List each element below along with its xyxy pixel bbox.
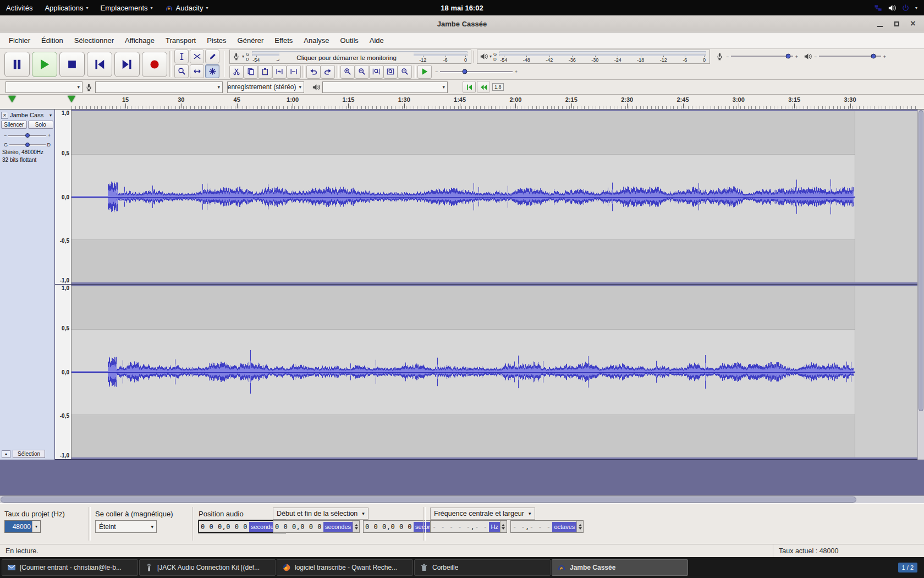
- taskbar-window-button[interactable]: [JACK Audio Connection Kit [(def...: [139, 559, 276, 576]
- left-waveform[interactable]: [72, 110, 917, 284]
- menu-item[interactable]: Fichier: [3, 33, 36, 48]
- undo-button[interactable]: [306, 65, 321, 79]
- app-menu[interactable]: Audacity▾: [159, 0, 215, 15]
- menu-item[interactable]: Édition: [36, 33, 69, 48]
- pause-button[interactable]: [4, 52, 30, 77]
- frequency-mode-combo[interactable]: Fréquence centrale et largeur▾: [430, 508, 535, 520]
- play-button[interactable]: [32, 52, 57, 77]
- maximize-button[interactable]: [890, 18, 903, 30]
- stop-button[interactable]: [59, 52, 85, 77]
- fit-selection-button[interactable]: [369, 65, 383, 79]
- horizontal-scrollbar-thumb[interactable]: [1, 497, 856, 503]
- project-rate-dropdown[interactable]: ▾: [32, 521, 40, 532]
- selection-start-digits[interactable]: 0 0 0,0 0 0: [273, 523, 323, 531]
- taskbar-window-button[interactable]: Jambe Cassée: [552, 559, 688, 576]
- taskbar-window-button[interactable]: Corbeille: [414, 559, 551, 576]
- mute-button[interactable]: Silencer: [1, 121, 27, 129]
- play-at-speed-button[interactable]: [417, 65, 432, 79]
- pinned-play-head-toggle[interactable]: [8, 96, 16, 102]
- spinner[interactable]: [500, 521, 507, 532]
- track-name-menu[interactable]: Jambe Cass▾: [8, 112, 53, 118]
- applications-menu[interactable]: Applications▾: [38, 0, 94, 15]
- paste-button[interactable]: [258, 65, 272, 79]
- track-close-button[interactable]: ×: [1, 112, 8, 119]
- fit-project-button[interactable]: [383, 65, 398, 79]
- speed-display[interactable]: 1,8: [492, 83, 504, 91]
- vertical-scale-ruler[interactable]: 1,00,50,0-0,5-1,0: [55, 110, 72, 284]
- solo-button[interactable]: Solo: [28, 121, 54, 129]
- gain-slider[interactable]: − +: [4, 133, 51, 138]
- right-waveform[interactable]: [72, 285, 917, 459]
- places-menu[interactable]: Emplacements▾: [95, 0, 159, 15]
- pan-thumb[interactable]: [25, 143, 30, 147]
- system-status-area[interactable]: ▾: [867, 0, 924, 15]
- copy-button[interactable]: [244, 65, 258, 79]
- after-clip-area[interactable]: [855, 286, 917, 457]
- monitoring-hint[interactable]: Cliquer pour démarrer le monitoring: [279, 52, 414, 63]
- silence-audio-button[interactable]: [287, 65, 301, 79]
- center-frequency-field[interactable]: - - - - -,- - Hz: [430, 520, 507, 533]
- envelope-tool-button[interactable]: [190, 50, 204, 63]
- play-speed-slider[interactable]: − +: [435, 69, 518, 74]
- menu-item[interactable]: Transport: [160, 33, 201, 48]
- playback-volume-thumb[interactable]: [871, 54, 876, 59]
- seek-back-button[interactable]: [477, 81, 490, 93]
- menu-item[interactable]: Sélectionner: [69, 33, 119, 48]
- spinner[interactable]: [353, 521, 359, 532]
- playback-device-combo[interactable]: ▾: [322, 81, 448, 93]
- timeshift-tool-button[interactable]: [190, 64, 204, 78]
- selection-tool-button[interactable]: [174, 50, 189, 63]
- playback-volume-slider[interactable]: − +: [804, 52, 886, 61]
- playback-meter[interactable]: ▾ GD -54-48-42-36-30-24-18-12-60: [477, 50, 710, 64]
- trim-audio-button[interactable]: [272, 65, 287, 79]
- recording-meter[interactable]: ▾ GD -54-48-42-36-30-24-18-12-60 Cliquer…: [229, 50, 471, 64]
- center-frequency-unit[interactable]: Hz: [489, 522, 499, 532]
- vertical-scale-ruler[interactable]: 1,00,50,0-0,5-1,0: [55, 285, 72, 459]
- selection-start-unit[interactable]: secondes: [323, 522, 353, 532]
- workspace-pager[interactable]: 1 / 2: [898, 563, 917, 572]
- zoom-in-button[interactable]: [340, 65, 355, 79]
- audio-host-combo[interactable]: ▾: [6, 81, 82, 93]
- cut-button[interactable]: [229, 65, 244, 79]
- menu-item[interactable]: Affichage: [119, 33, 160, 48]
- left-channel[interactable]: 1,00,50,0-0,5-1,0: [55, 110, 917, 285]
- after-clip-area[interactable]: [855, 111, 917, 282]
- zoom-tool-button[interactable]: [174, 64, 189, 78]
- gain-thumb[interactable]: [25, 133, 30, 138]
- playhead-triangle[interactable]: [68, 96, 75, 102]
- zoom-toggle-button[interactable]: [398, 65, 412, 79]
- timeline-ruler[interactable]: 1530451:001:151:301:452:002:152:302:453:…: [0, 95, 924, 110]
- recording-device-combo[interactable]: ▾: [95, 81, 223, 93]
- bandwidth-unit[interactable]: octaves: [552, 522, 576, 532]
- taskbar-window-button[interactable]: [Courrier entrant - christian@le-b...: [2, 559, 138, 576]
- play-speed-thumb[interactable]: [462, 69, 467, 74]
- bandwidth-field[interactable]: - -,- - - octaves: [510, 520, 584, 533]
- vertical-scrollbar-thumb[interactable]: [919, 110, 923, 411]
- clock[interactable]: 18 mai 16:02: [441, 4, 483, 12]
- record-button[interactable]: [142, 52, 167, 77]
- track-collapse-button[interactable]: ▲: [2, 450, 10, 458]
- minimize-button[interactable]: [873, 18, 887, 30]
- bandwidth-digits[interactable]: - -,- - -: [511, 523, 553, 531]
- window-titlebar[interactable]: Jambe Cassée ×: [0, 15, 924, 32]
- menu-item[interactable]: Générer: [232, 33, 270, 48]
- center-frequency-digits[interactable]: - - - - -,- -: [431, 523, 489, 531]
- right-channel[interactable]: 1,00,50,0-0,5-1,0: [55, 285, 917, 460]
- snap-to-combo[interactable]: Éteint▾: [95, 520, 157, 533]
- taskbar-window-button[interactable]: logiciel transcribe - Qwant Reche...: [277, 559, 413, 576]
- spinner[interactable]: [576, 521, 583, 532]
- selection-end-digits[interactable]: 0 0 0,0 0 0: [364, 523, 414, 531]
- skip-to-end-button[interactable]: [114, 52, 140, 77]
- close-button[interactable]: ×: [906, 18, 920, 30]
- activities-button[interactable]: Activités: [0, 0, 38, 15]
- multi-tool-button[interactable]: [205, 64, 219, 78]
- project-rate-combo[interactable]: 48000 ▾: [4, 520, 41, 533]
- recording-volume-thumb[interactable]: [785, 54, 790, 59]
- menu-item[interactable]: Aide: [364, 33, 389, 48]
- menu-item[interactable]: Outils: [335, 33, 364, 48]
- draw-tool-button[interactable]: [205, 50, 219, 63]
- menu-item[interactable]: Pistes: [201, 33, 232, 48]
- recording-volume-slider[interactable]: − +: [716, 52, 798, 61]
- seek-start-button[interactable]: [463, 81, 476, 93]
- selection-mode-combo[interactable]: Début et fin de la sélection▾: [273, 508, 369, 520]
